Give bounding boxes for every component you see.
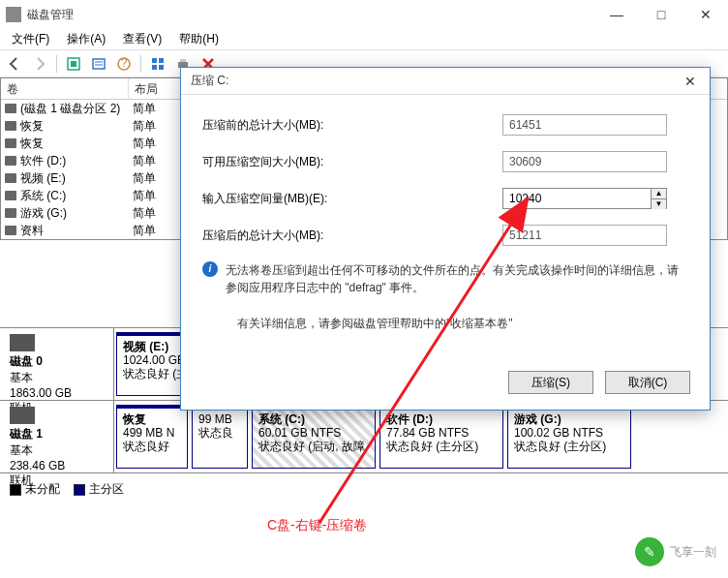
volume-icon bbox=[5, 208, 16, 218]
annotation-text: C盘-右键-压缩卷 bbox=[267, 517, 367, 534]
disk-icon bbox=[10, 334, 35, 351]
svg-rect-5 bbox=[152, 58, 157, 63]
volume-icon bbox=[5, 191, 16, 200]
refresh-icon[interactable] bbox=[88, 53, 109, 75]
volume-name: 恢复 bbox=[20, 136, 44, 152]
volume-layout: 简单 bbox=[129, 188, 183, 204]
volume-name: (磁盘 1 磁盘分区 2) bbox=[20, 101, 120, 117]
disk-name: 磁盘 0 bbox=[10, 353, 109, 370]
available-field bbox=[502, 151, 667, 172]
volume-name: 视频 (E:) bbox=[20, 170, 66, 187]
partition[interactable]: 99 MB状态良 bbox=[192, 405, 248, 469]
spin-down-button[interactable]: ▼ bbox=[652, 199, 666, 209]
col-layout[interactable]: 布局 bbox=[129, 78, 183, 99]
partition[interactable]: 恢复499 MB N状态良好 bbox=[116, 405, 188, 469]
volume-layout: 简单 bbox=[129, 223, 183, 239]
settings-icon[interactable] bbox=[147, 53, 168, 75]
volume-name: 资料 bbox=[20, 223, 44, 239]
disk-icon bbox=[10, 407, 35, 424]
disk-type: 基本 bbox=[10, 442, 109, 459]
partition-size: 100.02 GB NTFS bbox=[514, 426, 624, 440]
svg-rect-2 bbox=[93, 59, 105, 69]
help-icon[interactable]: ? bbox=[113, 53, 135, 75]
info-text: 无法将卷压缩到超出任何不可移动的文件所在的点。有关完成该操作时间的详细信息，请参… bbox=[226, 261, 688, 296]
volume-name: 游戏 (G:) bbox=[20, 205, 67, 222]
col-volume[interactable]: 卷 bbox=[1, 78, 129, 99]
volume-layout: 简单 bbox=[129, 101, 183, 117]
volume-icon bbox=[5, 121, 16, 131]
partition-status: 状态良好 (主分区) bbox=[514, 440, 624, 453]
legend-unallocated: 未分配 bbox=[25, 482, 60, 496]
menu-action[interactable]: 操作(A) bbox=[59, 29, 113, 49]
partition[interactable]: 软件 (D:)77.84 GB NTFS状态良好 (主分区) bbox=[379, 405, 503, 469]
total-before-field bbox=[502, 114, 667, 136]
volume-name: 系统 (C:) bbox=[20, 188, 66, 204]
forward-button[interactable] bbox=[29, 53, 50, 75]
volume-icon bbox=[5, 226, 16, 235]
partition-size: 99 MB bbox=[198, 412, 241, 426]
disk-size: 1863.00 GB bbox=[10, 386, 109, 400]
volume-layout: 简单 bbox=[129, 205, 183, 222]
menu-view[interactable]: 查看(V) bbox=[115, 29, 169, 49]
window-title: 磁盘管理 bbox=[27, 7, 594, 23]
disk-row: 磁盘 1基本238.46 GB联机恢复499 MB N状态良好99 MB状态良系… bbox=[0, 401, 728, 473]
shrink-amount-input[interactable] bbox=[502, 188, 667, 209]
partition-size: 60.01 GB NTFS bbox=[258, 426, 369, 440]
disk-name: 磁盘 1 bbox=[10, 426, 109, 442]
partition[interactable]: 游戏 (G:)100.02 GB NTFS状态良好 (主分区) bbox=[507, 405, 631, 469]
volume-name: 恢复 bbox=[20, 118, 44, 135]
partition[interactable]: 系统 (C:)60.01 GB NTFS状态良好 (启动, 故障 bbox=[252, 405, 376, 469]
volume-layout: 简单 bbox=[129, 136, 183, 152]
info-icon: i bbox=[202, 261, 218, 277]
minimize-button[interactable]: — bbox=[594, 0, 639, 29]
svg-rect-10 bbox=[180, 59, 186, 62]
dialog-title: 压缩 C: bbox=[191, 73, 671, 89]
total-after-field bbox=[502, 225, 667, 246]
disk-type: 基本 bbox=[10, 370, 109, 386]
menubar: 文件(F) 操作(A) 查看(V) 帮助(H) bbox=[0, 29, 728, 50]
menu-help[interactable]: 帮助(H) bbox=[171, 29, 227, 49]
toolbar-icon-1[interactable] bbox=[63, 53, 84, 75]
volume-name: 软件 (D:) bbox=[20, 153, 66, 169]
volume-layout: 简单 bbox=[129, 153, 183, 169]
hint-text: 有关详细信息，请参阅磁盘管理帮助中的"收缩基本卷" bbox=[237, 316, 688, 332]
watermark: ✎ 飞享一刻 bbox=[635, 537, 716, 566]
total-after-label: 压缩后的总计大小(MB): bbox=[202, 228, 502, 244]
partition-status: 状态良好 bbox=[123, 440, 181, 453]
input-amount-label: 输入压缩空间量(MB)(E): bbox=[202, 191, 502, 207]
partition-name: 软件 (D:) bbox=[386, 412, 497, 426]
window-titlebar: 磁盘管理 — □ ✕ bbox=[0, 0, 728, 29]
back-button[interactable] bbox=[4, 53, 25, 75]
partition-size: 77.84 GB NTFS bbox=[386, 426, 497, 440]
partition-status: 状态良好 (主分区) bbox=[386, 440, 497, 453]
legend-primary: 主分区 bbox=[89, 482, 124, 496]
volume-icon bbox=[5, 104, 16, 113]
svg-rect-8 bbox=[159, 65, 164, 70]
volume-icon bbox=[5, 173, 16, 183]
shrink-button[interactable]: 压缩(S) bbox=[508, 371, 593, 394]
total-before-label: 压缩前的总计大小(MB): bbox=[202, 117, 502, 134]
maximize-button[interactable]: □ bbox=[639, 0, 683, 29]
partition-status: 状态良好 (启动, 故障 bbox=[258, 440, 369, 453]
svg-rect-7 bbox=[152, 65, 157, 70]
spin-up-button[interactable]: ▲ bbox=[652, 189, 666, 199]
partition-name: 恢复 bbox=[123, 412, 181, 426]
volume-icon bbox=[5, 138, 16, 148]
partition-status: 状态良 bbox=[198, 426, 241, 440]
dialog-close-button[interactable]: ✕ bbox=[671, 68, 710, 94]
menu-file[interactable]: 文件(F) bbox=[4, 29, 57, 49]
close-button[interactable]: ✕ bbox=[683, 0, 728, 29]
svg-text:?: ? bbox=[121, 56, 128, 70]
svg-rect-6 bbox=[159, 58, 164, 63]
svg-rect-1 bbox=[71, 61, 76, 67]
volume-icon bbox=[5, 156, 16, 166]
partition-size: 499 MB N bbox=[123, 426, 181, 440]
watermark-text: 飞享一刻 bbox=[670, 544, 716, 561]
cancel-button[interactable]: 取消(C) bbox=[605, 371, 690, 394]
watermark-icon: ✎ bbox=[635, 537, 664, 566]
shrink-dialog: 压缩 C: ✕ 压缩前的总计大小(MB): 可用压缩空间大小(MB): 输入压缩… bbox=[180, 67, 711, 411]
partition-name: 系统 (C:) bbox=[258, 412, 369, 426]
app-icon bbox=[6, 7, 21, 22]
partition-name: 游戏 (G:) bbox=[514, 412, 624, 426]
disk-size: 238.46 GB bbox=[10, 459, 109, 472]
